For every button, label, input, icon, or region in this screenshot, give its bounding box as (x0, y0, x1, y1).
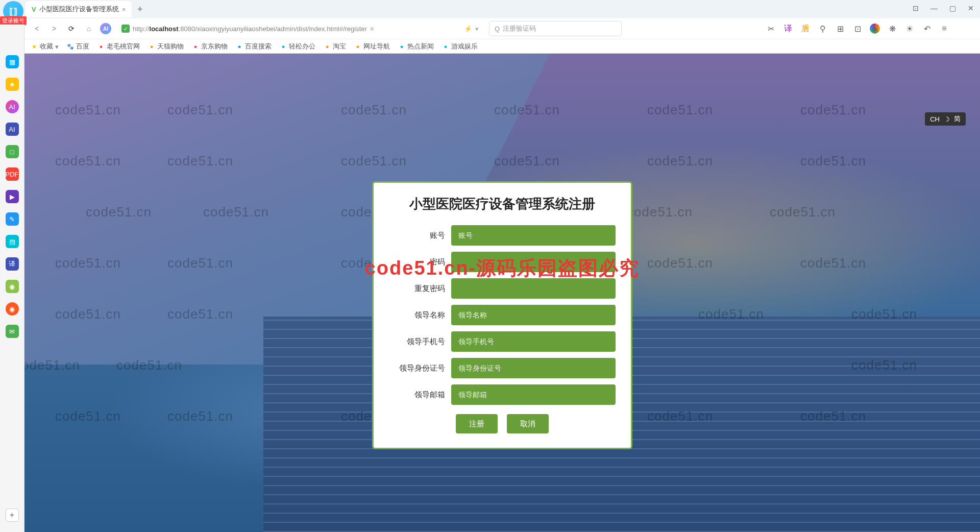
register-button[interactable]: 注册 (456, 414, 498, 433)
toolbar-icon-9[interactable]: ↶ (922, 23, 932, 34)
ime-mode: 简 (954, 114, 961, 124)
nav-reload-icon[interactable]: ⟳ (65, 22, 78, 35)
sidebar-app-icon-6[interactable]: ▶ (6, 190, 19, 203)
sidebar-app-icon-7[interactable]: ✎ (6, 212, 19, 226)
sidebar-app-icon-4[interactable]: □ (6, 145, 19, 158)
bookmark-8[interactable]: ●网址导航 (354, 42, 390, 51)
tab-close-icon[interactable]: × (122, 6, 126, 13)
bookmark-1[interactable]: 🐾百度 (67, 42, 89, 51)
bookmark-4[interactable]: ●京东购物 (192, 42, 228, 51)
cancel-button[interactable]: 取消 (507, 414, 549, 433)
form-row-leader_email: 领导邮箱 (389, 384, 616, 405)
input-username[interactable] (451, 225, 616, 246)
window-controls: ⊡ — ▢ ✕ (911, 3, 976, 13)
window-pin-icon[interactable]: ⊡ (911, 3, 921, 13)
bookmark-10[interactable]: ●游戏娱乐 (442, 42, 478, 51)
window-maximize-icon[interactable]: ▢ (947, 3, 958, 13)
bookmark-label: 京东购物 (201, 42, 228, 51)
window-close-icon[interactable]: ✕ (966, 3, 976, 13)
toolbar-icon-6[interactable]: ◉ (870, 23, 880, 34)
url-bar-menu-icon[interactable]: ≡ (370, 25, 374, 33)
new-tab-button[interactable]: + (133, 2, 147, 16)
bookmark-icon: ● (354, 43, 361, 50)
register-card: 小型医院医疗设备管理系统注册 账号密码重复密码领导名称领导手机号领导身份证号领导… (372, 181, 632, 449)
input-password[interactable] (451, 252, 616, 272)
tab-title: 小型医院医疗设备管理系统 (39, 5, 119, 14)
bookmark-3[interactable]: ●天猫购物 (148, 42, 184, 51)
chevron-down-icon[interactable]: ▾ (475, 25, 479, 33)
sidebar-app-icon-3[interactable]: AI (6, 123, 19, 136)
window-minimize-icon[interactable]: — (929, 3, 939, 13)
bookmark-9[interactable]: ●热点新闻 (398, 42, 434, 51)
input-leader_id[interactable] (451, 358, 616, 378)
toolbar-icon-4[interactable]: ⊞ (835, 23, 845, 34)
label-leader_id: 领导身份证号 (389, 364, 445, 373)
form-row-password2: 重复密码 (389, 278, 616, 299)
label-leader_name: 领导名称 (389, 310, 445, 320)
toolbar-icon-8[interactable]: ☀ (904, 23, 915, 34)
sidebar-app-icon-12[interactable]: ✉ (6, 325, 19, 338)
form-row-password: 密码 (389, 252, 616, 272)
toolbar-icon-10[interactable]: ≡ (939, 23, 949, 34)
bookmark-icon: ● (97, 43, 105, 50)
input-leader_phone[interactable] (451, 331, 616, 352)
bookmark-label: 网址导航 (363, 42, 390, 51)
toolbar-icon-1[interactable]: 译 (783, 23, 793, 34)
url-bar[interactable]: ✓ http://localhost:8080/xiaoxingyiyuanyi… (116, 21, 484, 36)
bookmark-5[interactable]: ●百度搜索 (236, 42, 272, 51)
bookmark-label: 淘宝 (333, 42, 346, 51)
toolbar-right: ✂译盾⚲⊞⊡◉❋☀↶≡ (766, 23, 949, 34)
sidebar-app-icon-11[interactable]: ◉ (6, 302, 19, 316)
sidebar-app-icon-8[interactable]: ▤ (6, 235, 19, 248)
lightning-icon[interactable]: ⚡ (464, 25, 472, 33)
login-badge[interactable]: 登录账号 (0, 16, 27, 25)
nav-forward-icon[interactable]: > (48, 22, 60, 35)
nav-ai-icon[interactable]: AI (100, 23, 111, 34)
bookmark-icon: ● (148, 43, 155, 50)
browser-chrome: ⟦⟧ 登录账号 V 小型医院医疗设备管理系统 × + ⊡ — ▢ ✕ < > ⟳… (0, 0, 980, 54)
tab-bar: V 小型医院医疗设备管理系统 × + (0, 0, 980, 18)
security-shield-icon: ✓ (121, 25, 130, 33)
bookmark-0[interactable]: ★收藏 ▾ (31, 42, 59, 51)
form-actions: 注册 取消 (389, 414, 616, 433)
tab-active[interactable]: V 小型医院医疗设备管理系统 × (26, 1, 132, 17)
sidebar-app-icon-9[interactable]: 译 (6, 257, 19, 271)
toolbar-icon-0[interactable]: ✂ (766, 23, 776, 34)
toolbar-icon-3[interactable]: ⚲ (818, 23, 828, 34)
sidebar-app-icon-5[interactable]: PDF (6, 167, 19, 181)
input-leader_email[interactable] (451, 384, 616, 405)
bookmark-7[interactable]: ●淘宝 (324, 42, 346, 51)
input-leader_name[interactable] (451, 305, 616, 325)
url-text: http://localhost:8080/xiaoxingyiyuanyili… (133, 25, 367, 33)
search-bar[interactable]: Q 注册验证码 (489, 21, 622, 36)
sidebar-app-icon-0[interactable]: ▦ (6, 55, 19, 68)
label-password: 密码 (389, 257, 445, 267)
nav-home-icon[interactable]: ⌂ (83, 22, 95, 35)
register-title: 小型医院医疗设备管理系统注册 (389, 195, 616, 213)
page-content: code51.cncode51.cncode51.cncode51.cncode… (24, 54, 980, 532)
bookmark-label: 热点新闻 (407, 42, 434, 51)
sidebar-app-icon-1[interactable]: ★ (6, 78, 19, 91)
search-placeholder: 注册验证码 (503, 24, 536, 33)
nav-back-icon[interactable]: < (31, 22, 43, 35)
form-row-leader_id: 领导身份证号 (389, 358, 616, 378)
sidebar-add-button[interactable]: + (6, 509, 19, 522)
bookmark-2[interactable]: ●老毛桃官网 (97, 42, 140, 51)
bookmark-label: 天猫购物 (157, 42, 184, 51)
toolbar-icon-7[interactable]: ❋ (887, 23, 897, 34)
sidebar-app-icon-10[interactable]: ◉ (6, 280, 19, 293)
form-row-leader_name: 领导名称 (389, 305, 616, 325)
ime-lang: CH (930, 115, 940, 123)
bookmark-label: 百度 (76, 42, 89, 51)
ime-indicator[interactable]: CH ☽ 简 (925, 112, 966, 126)
bookmark-icon: ● (192, 43, 199, 50)
ime-moon-icon: ☽ (944, 115, 950, 123)
toolbar-icon-2[interactable]: 盾 (800, 23, 811, 34)
sidebar-app-icon-2[interactable]: AI (6, 100, 19, 113)
bookmark-label: 老毛桃官网 (107, 42, 140, 51)
toolbar-icon-5[interactable]: ⊡ (852, 23, 863, 34)
input-password2[interactable] (451, 278, 616, 299)
label-username: 账号 (389, 231, 445, 240)
form-row-leader_phone: 领导手机号 (389, 331, 616, 352)
bookmark-6[interactable]: ●轻松办公 (280, 42, 315, 51)
